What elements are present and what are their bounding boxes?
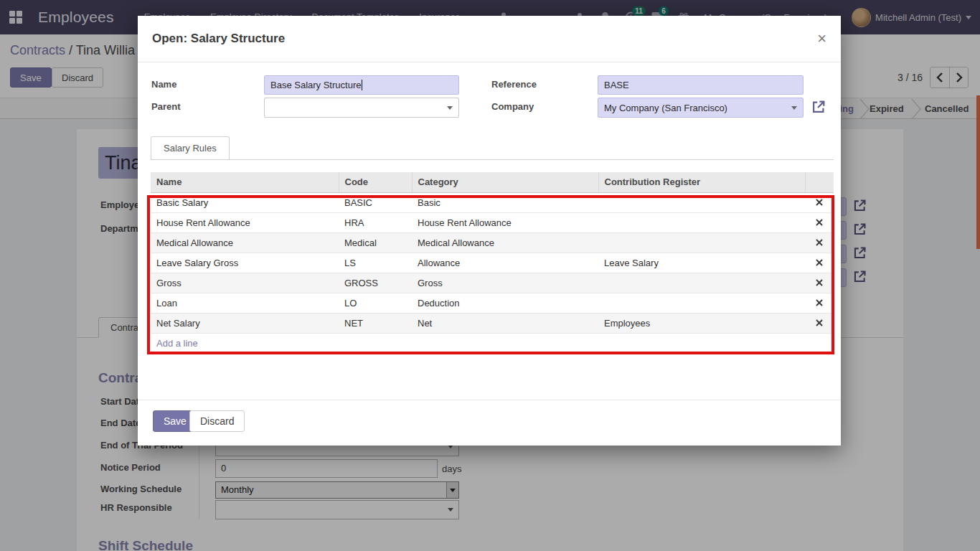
salary-rule-row[interactable]: Gross GROSS Gross — [151, 273, 834, 293]
rule-register-cell[interactable] — [598, 273, 805, 293]
screen: Employees Employees Employee Directory D… — [0, 0, 980, 551]
delete-row-icon[interactable] — [805, 293, 834, 313]
rule-category-cell[interactable]: Basic — [412, 192, 598, 212]
rule-register-cell[interactable] — [598, 293, 805, 313]
salary-rules-rows: Basic Salary BASIC Basic House Rent Allo… — [151, 192, 834, 333]
rule-register-cell[interactable] — [598, 192, 805, 212]
rule-code-cell[interactable]: BASIC — [339, 192, 412, 212]
company-value: My Company (San Francisco) — [604, 103, 727, 113]
salary-rules-table: Name Code Category Contribution Register… — [151, 172, 834, 353]
add-a-line-link[interactable]: Add a line — [151, 333, 834, 353]
rule-name-cell[interactable]: Net Salary — [151, 313, 339, 333]
column-name[interactable]: Name — [151, 172, 339, 192]
salary-rule-row[interactable]: Basic Salary BASIC Basic — [151, 192, 834, 212]
column-category[interactable]: Category — [412, 172, 598, 192]
salary-rule-row[interactable]: Leave Salary Gross LS Allowance Leave Sa… — [151, 253, 834, 273]
company-external-link-icon[interactable] — [811, 99, 826, 115]
column-actions — [805, 172, 834, 192]
reference-label: Reference — [491, 79, 537, 90]
rule-code-cell[interactable]: GROSS — [339, 273, 412, 293]
tab-bar-line — [151, 159, 834, 160]
name-input[interactable]: Base Salary Structure — [264, 75, 459, 95]
delete-row-icon[interactable] — [805, 232, 834, 253]
reference-value: BASE — [604, 80, 629, 90]
chevron-down-icon — [447, 106, 453, 110]
company-select[interactable]: My Company (San Francisco) — [598, 98, 804, 118]
rule-code-cell[interactable]: NET — [339, 313, 412, 333]
chevron-down-icon — [791, 106, 797, 110]
parent-label: Parent — [151, 101, 180, 112]
salary-rule-row[interactable]: Loan LO Deduction — [151, 293, 834, 313]
tab-salary-rules[interactable]: Salary Rules — [151, 136, 230, 160]
rule-register-cell[interactable]: Leave Salary — [598, 253, 805, 273]
delete-row-icon[interactable] — [805, 192, 834, 212]
rule-code-cell[interactable]: Medical — [339, 232, 412, 253]
rule-category-cell[interactable]: Deduction — [412, 293, 598, 313]
salary-rule-row[interactable]: Medical Allowance Medical Medical Allowa… — [151, 232, 834, 253]
delete-row-icon[interactable] — [805, 212, 834, 232]
rule-name-cell[interactable]: Leave Salary Gross — [151, 253, 339, 273]
table-header-row: Name Code Category Contribution Register — [151, 172, 834, 192]
rule-category-cell[interactable]: Medical Allowance — [412, 232, 598, 253]
delete-row-icon[interactable] — [805, 313, 834, 333]
add-a-line-row[interactable]: Add a line — [151, 333, 834, 353]
rule-code-cell[interactable]: LS — [339, 253, 412, 273]
rule-register-cell[interactable] — [598, 232, 805, 253]
rule-name-cell[interactable]: Basic Salary — [151, 192, 339, 212]
close-icon[interactable]: × — [817, 31, 826, 47]
modal-title: Open: Salary Structure — [152, 32, 285, 46]
modal-discard-button[interactable]: Discard — [189, 410, 245, 432]
rule-register-cell[interactable]: Employees — [598, 313, 805, 333]
column-contribution-register[interactable]: Contribution Register — [598, 172, 805, 192]
reference-input[interactable]: BASE — [598, 75, 804, 95]
rule-code-cell[interactable]: LO — [339, 293, 412, 313]
rule-category-cell[interactable]: House Rent Allowance — [412, 212, 598, 232]
name-value: Base Salary Structure — [270, 80, 361, 90]
salary-structure-modal: Open: Salary Structure × Name Base Salar… — [138, 16, 841, 446]
modal-header: Open: Salary Structure × — [138, 16, 841, 62]
rule-category-cell[interactable]: Gross — [412, 273, 598, 293]
rule-name-cell[interactable]: Loan — [151, 293, 339, 313]
rule-name-cell[interactable]: Gross — [151, 273, 339, 293]
parent-select[interactable] — [264, 98, 459, 118]
rule-category-cell[interactable]: Net — [412, 313, 598, 333]
rule-name-cell[interactable]: House Rent Allowance — [151, 212, 339, 232]
name-label: Name — [151, 79, 176, 90]
delete-row-icon[interactable] — [805, 273, 834, 293]
annotation-strip — [976, 95, 980, 249]
salary-rule-row[interactable]: House Rent Allowance HRA House Rent Allo… — [151, 212, 834, 232]
salary-rule-row[interactable]: Net Salary NET Net Employees — [151, 313, 834, 333]
delete-row-icon[interactable] — [805, 253, 834, 273]
rule-code-cell[interactable]: HRA — [339, 212, 412, 232]
text-cursor — [362, 80, 362, 90]
rule-register-cell[interactable] — [598, 212, 805, 232]
rule-name-cell[interactable]: Medical Allowance — [151, 232, 339, 253]
modal-footer-divider — [138, 400, 841, 400]
rule-category-cell[interactable]: Allowance — [412, 253, 598, 273]
company-label: Company — [491, 101, 534, 112]
column-code[interactable]: Code — [339, 172, 412, 192]
